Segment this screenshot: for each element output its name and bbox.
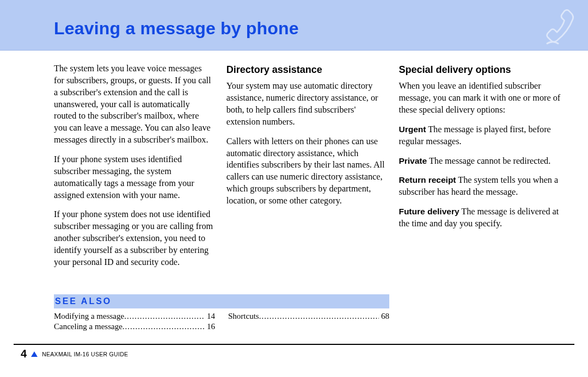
see-also-band: See Also bbox=[54, 294, 389, 308]
toc-page: 14 bbox=[205, 312, 215, 321]
option-private-label: Private bbox=[399, 156, 427, 165]
directory-paragraph-1: Your system may use automatic directory … bbox=[226, 81, 386, 128]
option-return-label: Return receipt bbox=[399, 175, 456, 184]
page-number: 4 bbox=[21, 348, 27, 360]
directory-paragraph-2: Callers with letters on their phones can… bbox=[226, 136, 386, 207]
header-rule bbox=[0, 50, 588, 51]
page-root: Leaving a message by phone The system le… bbox=[0, 0, 588, 377]
intro-paragraph-2: If your phone system uses identified sub… bbox=[54, 154, 213, 201]
content-columns: The system lets you leave voice messages… bbox=[54, 63, 566, 276]
see-also-section: See Also Modifying a message 14 Cancelin… bbox=[54, 294, 389, 332]
option-future-label: Future delivery bbox=[399, 207, 459, 216]
special-intro: When you leave an identified subscriber … bbox=[399, 81, 566, 116]
toc-label: Canceling a message bbox=[54, 322, 122, 331]
page-title: Leaving a message by phone bbox=[54, 18, 299, 39]
intro-paragraph-3: If your phone system does not use identi… bbox=[54, 209, 213, 268]
see-also-columns: Modifying a message 14 Canceling a messa… bbox=[54, 312, 389, 332]
column-1: The system lets you leave voice messages… bbox=[54, 63, 213, 276]
toc-row: Canceling a message 16 bbox=[54, 322, 215, 331]
toc-page: 68 bbox=[379, 312, 389, 321]
toc-page: 16 bbox=[205, 322, 215, 331]
see-also-col-right: Shortcuts 68 bbox=[228, 312, 389, 332]
toc-label: Modifying a message bbox=[54, 312, 124, 321]
option-private-text: The message cannot be redirected. bbox=[427, 156, 550, 166]
toc-row: Modifying a message 14 bbox=[54, 312, 215, 321]
toc-leader bbox=[259, 312, 379, 321]
option-return-receipt: Return receipt The system tells you when… bbox=[399, 175, 566, 199]
toc-leader bbox=[124, 312, 205, 321]
column-3: Special delivery options When you leave … bbox=[399, 63, 566, 276]
option-urgent: Urgent The message is played first, befo… bbox=[399, 124, 566, 148]
directory-heading: Directory assistance bbox=[226, 63, 386, 76]
guide-title: NEAXMAIL IM-16 USER GUIDE bbox=[42, 351, 128, 357]
see-also-col-left: Modifying a message 14 Canceling a messa… bbox=[54, 312, 215, 332]
column-2: Directory assistance Your system may use… bbox=[226, 63, 386, 276]
telephone-icon bbox=[543, 8, 577, 47]
triangle-icon bbox=[31, 351, 38, 357]
toc-leader bbox=[122, 322, 205, 331]
option-urgent-label: Urgent bbox=[399, 125, 426, 134]
special-heading: Special delivery options bbox=[399, 63, 566, 76]
intro-paragraph-1: The system lets you leave voice messages… bbox=[54, 63, 213, 146]
toc-row: Shortcuts 68 bbox=[228, 312, 389, 321]
option-future-delivery: Future delivery The message is delivered… bbox=[399, 206, 566, 230]
toc-label: Shortcuts bbox=[228, 312, 259, 321]
footer: 4 NEAXMAIL IM-16 USER GUIDE bbox=[21, 348, 128, 360]
footer-rule bbox=[14, 344, 574, 345]
option-private: Private The message cannot be redirected… bbox=[399, 156, 566, 168]
see-also-title: See Also bbox=[55, 296, 112, 306]
